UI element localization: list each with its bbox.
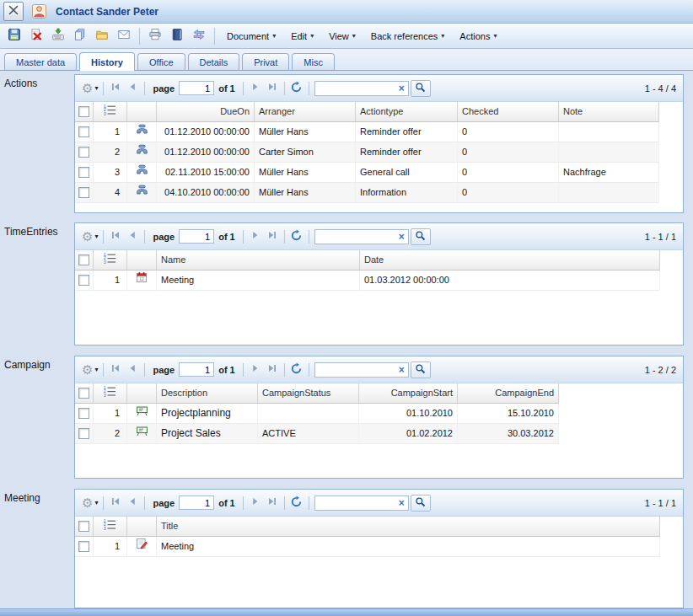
first-page-button[interactable] xyxy=(107,228,124,245)
last-page-button[interactable] xyxy=(264,362,281,378)
table-row[interactable]: 1Projectplanning01.10.201015.10.2010 xyxy=(75,404,683,424)
table-row[interactable]: 302.11.2010 15:00:00Müller HansGeneral c… xyxy=(75,163,683,183)
search-input[interactable] xyxy=(315,497,397,509)
page-of-label: of 1 xyxy=(218,83,235,94)
close-button[interactable] xyxy=(3,2,24,21)
grid-settings-button[interactable]: ⚙▾ xyxy=(80,82,99,94)
last-page-button[interactable] xyxy=(264,80,281,97)
tab-history[interactable]: History xyxy=(79,52,135,71)
column-header-actiontype[interactable]: Actiontype xyxy=(356,102,458,122)
select-all-checkbox[interactable] xyxy=(78,521,89,532)
column-header-title[interactable]: Title xyxy=(157,517,660,537)
row-checkbox[interactable] xyxy=(78,275,89,286)
import-button[interactable] xyxy=(47,26,69,46)
row-checkbox[interactable] xyxy=(78,126,89,137)
row-checkbox[interactable] xyxy=(78,428,89,439)
clear-search-icon[interactable]: × xyxy=(397,83,408,94)
menu-view[interactable]: View▾ xyxy=(321,29,363,44)
menu-actions[interactable]: Actions▾ xyxy=(452,29,504,44)
column-header-campaignstatus[interactable]: CampaignStatus xyxy=(258,383,359,404)
checkbox-column-header[interactable] xyxy=(75,517,94,537)
search-button[interactable] xyxy=(411,495,431,512)
tab-details[interactable]: Details xyxy=(188,53,240,70)
prev-page-button[interactable] xyxy=(124,495,141,512)
menu-document[interactable]: Document▾ xyxy=(219,29,283,44)
save-button[interactable] xyxy=(3,26,25,46)
row-type-icon-cell xyxy=(127,163,157,183)
column-header-note[interactable]: Note xyxy=(559,102,659,122)
page-input[interactable] xyxy=(179,495,214,510)
mail-button[interactable] xyxy=(113,26,135,46)
search-button[interactable] xyxy=(411,362,431,378)
search-input[interactable] xyxy=(315,231,397,243)
column-header-dueon[interactable]: DueOn xyxy=(157,102,255,122)
tab-misc[interactable]: Misc xyxy=(292,53,335,70)
row-checkbox[interactable] xyxy=(78,147,89,158)
table-row[interactable]: 101.12.2010 00:00:00Müller HansReminder … xyxy=(75,122,683,142)
next-page-button[interactable] xyxy=(247,495,264,512)
prev-page-button[interactable] xyxy=(124,228,141,245)
refresh-button[interactable] xyxy=(288,80,305,97)
row-checkbox[interactable] xyxy=(78,541,89,552)
first-page-button[interactable] xyxy=(107,495,124,512)
search-button[interactable] xyxy=(411,80,431,97)
last-page-button[interactable] xyxy=(264,228,281,245)
copy-button[interactable] xyxy=(69,26,91,46)
search-input[interactable] xyxy=(315,364,397,376)
transfer-button[interactable] xyxy=(188,26,210,46)
next-page-button[interactable] xyxy=(247,362,264,378)
folder-button[interactable] xyxy=(91,26,113,46)
page-input[interactable] xyxy=(179,229,214,244)
clear-search-icon[interactable]: × xyxy=(397,231,408,243)
checkbox-column-header[interactable] xyxy=(75,383,94,404)
clear-search-icon[interactable]: × xyxy=(397,364,408,376)
prev-page-button[interactable] xyxy=(124,362,141,378)
row-checkbox[interactable] xyxy=(78,408,89,419)
grid-settings-button[interactable]: ⚙▾ xyxy=(80,496,99,509)
column-header-date[interactable]: Date xyxy=(360,250,660,271)
table-row[interactable]: 2Project SalesACTIVE01.02.201230.03.2012 xyxy=(75,424,683,444)
page-input[interactable] xyxy=(179,362,214,377)
grid-settings-button[interactable]: ⚙▾ xyxy=(80,230,99,243)
clear-search-icon[interactable]: × xyxy=(397,497,408,509)
select-all-checkbox[interactable] xyxy=(78,106,89,117)
first-page-button[interactable] xyxy=(107,362,124,378)
refresh-button[interactable] xyxy=(288,228,305,245)
prev-page-button[interactable] xyxy=(124,80,141,97)
journal-button[interactable] xyxy=(166,26,188,46)
column-header-description[interactable]: Description xyxy=(157,383,258,404)
select-all-checkbox[interactable] xyxy=(78,254,89,265)
column-header-campaignstart[interactable]: CampaignStart xyxy=(359,383,458,404)
search-button[interactable] xyxy=(411,228,431,245)
table-row[interactable]: 112Meeting01.03.2012 00:00:00 xyxy=(75,271,683,291)
refresh-button[interactable] xyxy=(288,495,305,512)
page-input[interactable] xyxy=(179,81,214,95)
next-page-button[interactable] xyxy=(247,228,264,245)
toolbar-separator xyxy=(284,363,285,377)
search-input[interactable] xyxy=(315,83,397,94)
column-header-checked[interactable]: Checked xyxy=(458,102,559,122)
print-button[interactable] xyxy=(144,26,166,46)
refresh-button[interactable] xyxy=(288,362,305,378)
checkbox-column-header[interactable] xyxy=(75,250,94,271)
column-header-arranger[interactable]: Arranger xyxy=(255,102,356,122)
table-row[interactable]: 201.12.2010 00:00:00Carter SimonReminder… xyxy=(75,142,683,163)
first-page-button[interactable] xyxy=(107,80,124,97)
table-row[interactable]: 1Meeting xyxy=(75,537,683,557)
select-all-checkbox[interactable] xyxy=(78,388,89,399)
row-checkbox[interactable] xyxy=(78,167,89,178)
column-header-campaignend[interactable]: CampaignEnd xyxy=(458,383,559,404)
table-row[interactable]: 404.10.2010 00:00:00Müller HansInformati… xyxy=(75,183,683,203)
checkbox-column-header[interactable] xyxy=(75,102,94,122)
delete-button[interactable] xyxy=(25,26,47,46)
menu-edit[interactable]: Edit▾ xyxy=(283,29,321,44)
row-checkbox[interactable] xyxy=(78,187,89,198)
tab-master-data[interactable]: Master data xyxy=(4,53,77,70)
grid-settings-button[interactable]: ⚙▾ xyxy=(80,363,99,376)
tab-office[interactable]: Office xyxy=(137,53,185,70)
next-page-button[interactable] xyxy=(247,80,264,97)
tab-privat[interactable]: Privat xyxy=(242,53,289,70)
menu-back-references[interactable]: Back references▾ xyxy=(363,29,453,44)
column-header-name[interactable]: Name xyxy=(157,250,360,271)
last-page-button[interactable] xyxy=(264,495,281,512)
